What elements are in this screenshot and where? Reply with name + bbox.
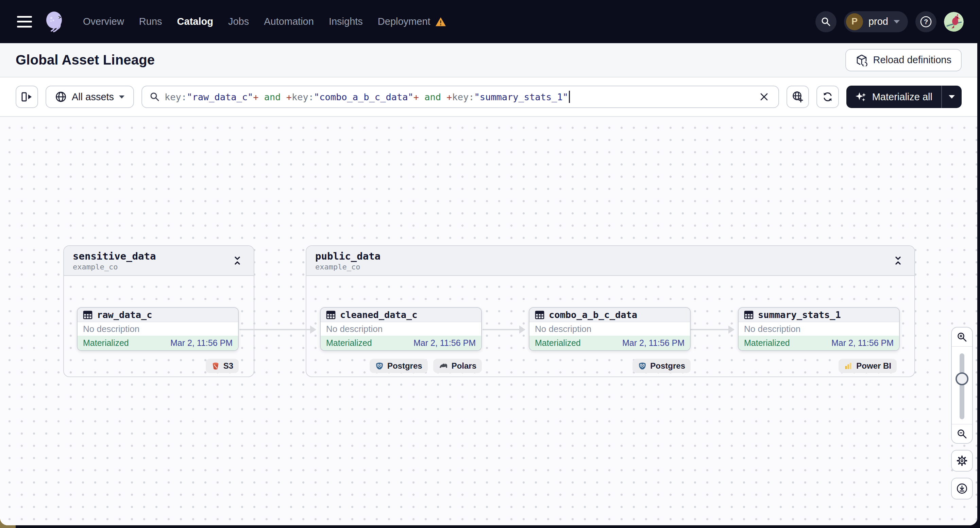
asset-name: summary_stats_1	[758, 309, 841, 320]
reload-definitions-button[interactable]: Reload definitions	[845, 49, 962, 71]
collapse-group-button[interactable]	[230, 253, 245, 268]
asset-selection-query: key:"raw_data_c"+ and +key:"combo_a_b_c_…	[165, 91, 570, 103]
zoom-in-icon	[956, 331, 967, 342]
kind-badges: Postgres	[529, 359, 690, 373]
kind-badges: Power BI	[738, 359, 897, 373]
zoom-out-button[interactable]	[952, 424, 972, 443]
group-header[interactable]: sensitive_data example_co	[64, 246, 254, 276]
asset-description: No description	[321, 322, 481, 336]
globe-add-icon	[792, 91, 804, 103]
reload-definitions-icon	[856, 54, 868, 66]
gear-icon	[956, 455, 968, 466]
user-avatar[interactable]	[944, 12, 964, 32]
search-icon[interactable]	[815, 11, 837, 32]
nav-item-label: Catalog	[177, 16, 213, 27]
download-icon	[956, 483, 968, 495]
table-icon	[744, 310, 754, 320]
materialization-timestamp[interactable]: Mar 2, 11:56 PM	[414, 338, 476, 348]
panel-toggle-button[interactable]	[16, 86, 38, 108]
svg-text:?: ?	[924, 18, 928, 25]
nav-item-jobs[interactable]: Jobs	[228, 16, 249, 27]
asset-description: No description	[738, 322, 899, 336]
nav-item-label: Jobs	[228, 16, 249, 27]
zoom-in-button[interactable]	[952, 328, 972, 347]
refresh-button[interactable]	[816, 86, 839, 108]
menu-icon[interactable]	[17, 16, 32, 27]
dagster-logo-icon[interactable]	[43, 10, 67, 33]
collapse-icon	[894, 255, 902, 266]
asset-status-row: Materialized Mar 2, 11:56 PM	[78, 336, 238, 350]
asset-node-cleaned-data-c[interactable]: cleaned_data_c No description Materializ…	[320, 307, 482, 351]
deployment-switcher[interactable]: P prod	[844, 11, 908, 32]
kind-badge-label: Power BI	[856, 361, 891, 371]
nav-item-label: Runs	[139, 16, 162, 27]
nav-item-label: Deployment	[378, 16, 431, 27]
nav-item-label: Automation	[264, 16, 314, 27]
canvas-controls	[951, 327, 973, 499]
asset-name: raw_data_c	[97, 309, 152, 320]
refresh-icon	[821, 91, 834, 103]
group-repo: example_co	[73, 263, 156, 271]
kind-badge-postgres[interactable]: Postgres	[370, 359, 428, 373]
asset-scope-dropdown[interactable]: All assets	[46, 86, 134, 108]
search-icon	[150, 92, 160, 102]
kind-badge-label: S3	[223, 361, 233, 371]
clear-search-button[interactable]	[757, 90, 771, 104]
kind-badge-powerbi[interactable]: Power BI	[838, 359, 897, 373]
group-header[interactable]: public_data example_co	[306, 246, 914, 276]
nav-item-catalog[interactable]: Catalog	[177, 16, 213, 27]
warning-icon	[435, 17, 446, 27]
nav-links: Overview Runs Catalog Jobs Automation In…	[83, 16, 446, 27]
kind-badge-postgres[interactable]: Postgres	[633, 359, 690, 373]
group-name: public_data	[315, 251, 380, 262]
status-badge: Materialized	[326, 338, 372, 348]
page-header: Global Asset Lineage Reload definitions	[0, 43, 977, 78]
asset-node-summary-stats-1[interactable]: summary_stats_1 No description Materiali…	[738, 307, 900, 351]
nav-item-runs[interactable]: Runs	[139, 16, 162, 27]
group-repo: example_co	[315, 263, 380, 271]
nav-item-overview[interactable]: Overview	[83, 16, 124, 27]
kind-badge-polars[interactable]: Polars	[433, 359, 482, 373]
polars-icon	[439, 362, 448, 369]
globe-icon	[55, 91, 67, 103]
nav-item-automation[interactable]: Automation	[264, 16, 314, 27]
powerbi-icon	[844, 362, 853, 370]
materialize-all-label: Materialize all	[872, 91, 932, 103]
lineage-canvas[interactable]: sensitive_data example_co public_data ex…	[0, 117, 977, 525]
nav-item-label: Overview	[83, 16, 124, 27]
nav-item-label: Insights	[329, 16, 363, 27]
asset-status-row: Materialized Mar 2, 11:56 PM	[530, 336, 690, 350]
page-title: Global Asset Lineage	[16, 52, 155, 68]
asset-selection-input[interactable]: key:"raw_data_c"+ and +key:"combo_a_b_c_…	[142, 86, 779, 108]
lineage-edge	[690, 329, 734, 330]
download-image-button[interactable]	[951, 478, 973, 499]
zoom-slider-handle[interactable]	[956, 373, 969, 385]
asset-status-row: Materialized Mar 2, 11:56 PM	[738, 336, 899, 350]
view-graph-options-button[interactable]	[786, 86, 809, 108]
asset-node-combo-a-b-c-data[interactable]: combo_a_b_c_data No description Material…	[529, 307, 690, 351]
nav-item-insights[interactable]: Insights	[329, 16, 363, 27]
asset-description: No description	[78, 322, 238, 336]
group-name: sensitive_data	[73, 251, 156, 262]
table-icon	[83, 310, 92, 320]
kind-badge-s3[interactable]: S3	[206, 359, 239, 373]
zoom-slider-track[interactable]	[959, 354, 964, 419]
nav-item-deployment[interactable]: Deployment	[378, 16, 446, 27]
materialize-all-button[interactable]: Materialize all	[846, 86, 941, 108]
materialization-timestamp[interactable]: Mar 2, 11:56 PM	[170, 338, 232, 348]
asset-node-raw-data-c[interactable]: raw_data_c No description Materialized M…	[77, 307, 239, 351]
materialization-timestamp[interactable]: Mar 2, 11:56 PM	[831, 338, 894, 348]
reload-definitions-label: Reload definitions	[873, 54, 951, 66]
nav-right: P prod ?	[815, 11, 964, 32]
help-icon[interactable]: ?	[915, 11, 937, 32]
collapse-group-button[interactable]	[891, 253, 905, 268]
zoom-control	[951, 327, 973, 444]
kind-badges: Postgres Polars	[320, 359, 482, 373]
lineage-edge	[482, 329, 525, 330]
materialize-options-button[interactable]	[942, 86, 962, 108]
materialization-timestamp[interactable]: Mar 2, 11:56 PM	[622, 338, 684, 348]
asset-name: combo_a_b_c_data	[549, 309, 637, 320]
chevron-down-icon	[894, 20, 900, 24]
sparkle-icon	[855, 91, 867, 103]
graph-settings-button[interactable]	[951, 450, 973, 472]
